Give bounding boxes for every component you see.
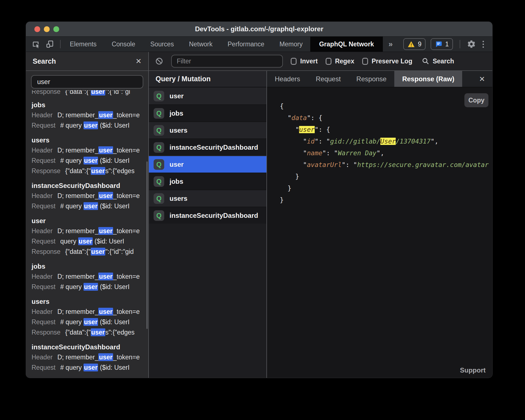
- settings-gear-icon[interactable]: [467, 40, 476, 49]
- query-list-panel: Query / Mutation QuserQjobsQusersQinstan…: [149, 71, 267, 378]
- match-highlight: user: [83, 157, 98, 164]
- result-line[interactable]: Requestquery user ($id: UserI: [32, 236, 143, 247]
- query-item-instanceSecurityDashboard[interactable]: QinstanceSecurityDashboard: [149, 207, 266, 224]
- match-highlight: user: [83, 202, 98, 210]
- result-group-title[interactable]: users: [32, 296, 143, 307]
- device-toolbar-icon[interactable]: [44, 39, 56, 50]
- result-line[interactable]: Request# query user ($id: UserI: [32, 362, 143, 373]
- query-item-label: instanceSecurityDashboard: [170, 212, 258, 219]
- copy-button[interactable]: Copy: [464, 93, 488, 107]
- detail-tab-response[interactable]: Response: [349, 71, 394, 87]
- json-line: }: [280, 194, 492, 206]
- issues-badge[interactable]: 1: [431, 38, 453, 50]
- query-item-label: users: [170, 195, 187, 202]
- result-line-label: Header: [32, 308, 52, 315]
- result-line[interactable]: Request# query user ($id: UserI: [32, 120, 143, 131]
- checkbox-icon[interactable]: [362, 58, 368, 65]
- tab-elements[interactable]: Elements: [62, 37, 104, 52]
- search-input[interactable]: [31, 75, 143, 89]
- result-line[interactable]: Response{"data":{"users":{"edges: [32, 166, 143, 176]
- tab-performance[interactable]: Performance: [220, 37, 272, 52]
- result-line[interactable]: Response{"data":{"user":{"id":"gi: [32, 90, 143, 97]
- result-line[interactable]: Request# query user ($id: UserI: [32, 156, 143, 166]
- result-line-label: Request: [32, 283, 56, 290]
- query-item-user[interactable]: Quser: [149, 87, 266, 104]
- result-group-title[interactable]: users: [32, 135, 143, 145]
- result-line[interactable]: Request# query user ($id: UserI: [32, 282, 143, 292]
- result-line-label: Header: [32, 192, 52, 199]
- result-group-title[interactable]: jobs: [32, 100, 143, 110]
- query-item-users[interactable]: Qusers: [149, 190, 266, 207]
- message-icon: [435, 40, 442, 48]
- close-detail-icon[interactable]: ✕: [479, 75, 485, 83]
- result-group-title[interactable]: jobs: [32, 261, 143, 271]
- issues-count: 1: [445, 40, 449, 48]
- result-group-title[interactable]: user: [32, 216, 143, 226]
- result-group-title[interactable]: instanceSecurityDashboard: [32, 342, 143, 352]
- match-highlight: user: [91, 167, 106, 175]
- match-highlight: user: [91, 328, 106, 336]
- result-line[interactable]: HeaderD; remember_user_token=e: [32, 307, 143, 317]
- result-line[interactable]: HeaderD; remember_user_token=e: [32, 145, 143, 156]
- match-highlight: user: [98, 353, 113, 361]
- tab-sources[interactable]: Sources: [143, 37, 181, 52]
- toolbar-right: 9 1: [403, 37, 492, 52]
- tab-graphql-network[interactable]: GraphQL Network: [310, 37, 383, 52]
- result-line[interactable]: HeaderD; remember_user_token=e: [32, 271, 143, 282]
- match-highlight: user: [98, 146, 113, 154]
- clipped-result-row[interactable]: Response{"data":{"user":{"id":"gi: [26, 90, 148, 97]
- query-item-instanceSecurityDashboard[interactable]: QinstanceSecurityDashboard: [149, 139, 266, 156]
- detail-tab-request[interactable]: Request: [308, 71, 349, 87]
- window-title: DevTools - gitlab.com/-/graphql-explorer: [195, 25, 323, 33]
- result-line[interactable]: Request# query user ($id: UserI: [32, 317, 143, 327]
- filter-input[interactable]: [171, 55, 283, 68]
- result-line-label: Request: [32, 122, 56, 129]
- result-line[interactable]: Response{"data":{"user":{"id":"gid: [32, 247, 143, 257]
- left-scrollbar-thumb[interactable]: [146, 161, 148, 329]
- more-tabs-chevron-icon[interactable]: »: [383, 37, 398, 52]
- close-search-icon[interactable]: ✕: [135, 58, 142, 65]
- result-line[interactable]: Request# query user ($id: UserI: [32, 201, 143, 211]
- query-item-user[interactable]: Quser: [149, 156, 266, 173]
- close-window-button[interactable]: [34, 26, 40, 32]
- result-line[interactable]: Response{"data":{"users":{"edges: [32, 327, 143, 338]
- result-line[interactable]: HeaderD; remember_user_token=e: [32, 191, 143, 201]
- preserve-log-label: Preserve Log: [372, 58, 412, 65]
- result-group-title[interactable]: instanceSecurityDashboard: [32, 180, 143, 191]
- invert-label: Invert: [300, 58, 318, 65]
- invert-checkbox[interactable]: Invert: [291, 58, 318, 65]
- title-bar: DevTools - gitlab.com/-/graphql-explorer: [26, 22, 492, 37]
- result-line-label: Header: [32, 273, 52, 280]
- panel-tabs: ElementsConsoleSourcesNetworkPerformance…: [62, 37, 383, 52]
- result-line[interactable]: HeaderD; remember_user_token=e: [32, 110, 143, 120]
- json-line: "avatarUrl": "https://secure.gravatar.co…: [280, 159, 492, 171]
- zoom-window-button[interactable]: [53, 26, 59, 32]
- checkbox-icon[interactable]: [326, 58, 331, 65]
- tab-network[interactable]: Network: [182, 37, 220, 52]
- tab-memory[interactable]: Memory: [272, 37, 310, 52]
- search-input-wrap: [26, 71, 148, 90]
- result-line-label: Response: [32, 167, 61, 175]
- inspect-element-icon[interactable]: [30, 39, 42, 50]
- regex-checkbox[interactable]: Regex: [326, 58, 354, 65]
- filter-search-button[interactable]: Search: [422, 57, 454, 65]
- support-link[interactable]: Support: [460, 366, 486, 374]
- minimize-window-button[interactable]: [44, 26, 50, 32]
- search-icon: [422, 57, 429, 65]
- detail-tab-response-raw-[interactable]: Response (Raw): [394, 71, 462, 87]
- warnings-badge[interactable]: 9: [403, 38, 426, 50]
- result-line[interactable]: HeaderD; remember_user_token=e: [32, 226, 143, 236]
- kebab-menu-icon[interactable]: [481, 41, 486, 48]
- query-item-users[interactable]: Qusers: [149, 121, 266, 139]
- json-line: "id": "gid://gitlab/User/13704317",: [280, 135, 492, 147]
- clear-icon[interactable]: [155, 57, 163, 65]
- query-type-icon: Q: [154, 108, 164, 119]
- tab-console[interactable]: Console: [104, 37, 143, 52]
- result-line[interactable]: HeaderD; remember_user_token=e: [32, 352, 143, 362]
- raw-search-highlight: user: [299, 126, 314, 133]
- query-item-jobs[interactable]: Qjobs: [149, 173, 266, 190]
- checkbox-icon[interactable]: [291, 58, 297, 65]
- detail-tab-headers[interactable]: Headers: [267, 71, 308, 87]
- query-item-jobs[interactable]: Qjobs: [149, 104, 266, 121]
- preserve-log-checkbox[interactable]: Preserve Log: [362, 58, 412, 65]
